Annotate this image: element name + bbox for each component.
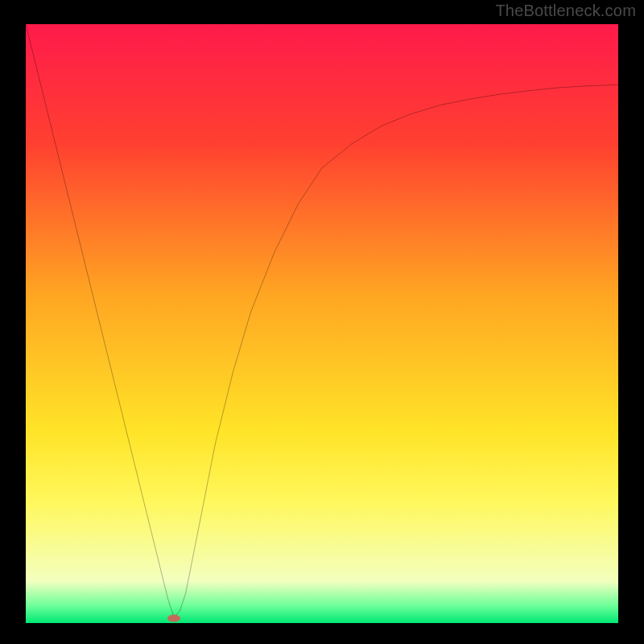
chart-frame: TheBottleneck.com: [0, 0, 644, 644]
plot-background: [26, 24, 618, 623]
bottleneck-chart: [26, 24, 618, 623]
bottleneck-marker: [167, 615, 180, 622]
watermark-text: TheBottleneck.com: [495, 2, 636, 20]
